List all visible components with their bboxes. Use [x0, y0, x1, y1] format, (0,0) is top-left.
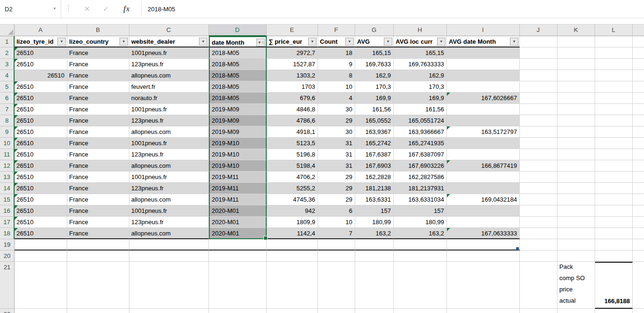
row-header-5[interactable]: 5 — [0, 81, 15, 93]
cell-H21[interactable] — [394, 262, 447, 309]
cell-J16[interactable] — [520, 205, 557, 217]
cell-L18[interactable] — [595, 228, 633, 239]
cell-H18[interactable]: 163,2 — [394, 228, 447, 239]
cell-F11[interactable]: 31 — [318, 149, 355, 160]
cell-G6[interactable]: 169,9 — [355, 93, 394, 104]
cell-I11[interactable] — [447, 149, 520, 160]
cell-D18[interactable]: 2020-M01 — [209, 228, 267, 239]
cell-H22[interactable] — [394, 309, 447, 313]
cell-F22[interactable] — [318, 309, 355, 313]
cell-L9[interactable] — [595, 126, 633, 138]
cell-J13[interactable] — [520, 172, 557, 183]
pack-price-value-cell[interactable]: 166,8188 — [595, 262, 633, 309]
cell-L5[interactable] — [595, 81, 633, 93]
cell-F6[interactable]: 4 — [318, 93, 355, 104]
cell-C22[interactable] — [129, 309, 209, 313]
filter-button-I[interactable]: ▼ — [510, 38, 518, 46]
cell-E4[interactable]: 1303,2 — [267, 70, 318, 81]
cell-D19[interactable] — [209, 239, 267, 250]
cell-J22[interactable] — [520, 309, 557, 313]
cell-E9[interactable]: 4918,1 — [267, 126, 318, 138]
cell-H17[interactable]: 180,99 — [394, 217, 447, 228]
cell-I14[interactable] — [447, 183, 520, 194]
row-header-13[interactable]: 13 — [0, 172, 15, 183]
fill-handle[interactable] — [263, 236, 268, 240]
cell-L8[interactable] — [595, 115, 633, 126]
cell-B5[interactable]: France — [67, 81, 129, 93]
cell-J15[interactable] — [520, 194, 557, 205]
cell-K2[interactable] — [557, 47, 595, 59]
cell-E11[interactable]: 5196,8 — [267, 149, 318, 160]
column-header-K[interactable]: K — [557, 24, 595, 36]
cell-D5[interactable]: 2018-M05 — [209, 81, 267, 93]
cell-L13[interactable] — [595, 172, 633, 183]
cell-M15[interactable] — [633, 194, 644, 205]
row-header-3[interactable]: 3 — [0, 59, 15, 70]
cell-L10[interactable] — [595, 138, 633, 149]
cell-H1[interactable]: AVG loc curr▼ — [394, 36, 447, 47]
cell-J10[interactable] — [520, 138, 557, 149]
name-box-dropdown-icon[interactable]: ▼ — [53, 7, 56, 11]
cell-G9[interactable]: 163,9367 — [355, 126, 394, 138]
filter-button-A[interactable]: ▼ — [57, 38, 66, 46]
cell-I7[interactable] — [447, 104, 520, 115]
cell-G21[interactable] — [355, 262, 394, 309]
cell-G13[interactable]: 162,2828 — [355, 172, 394, 183]
column-header-F[interactable]: F — [318, 24, 355, 36]
cell-B4[interactable]: France — [67, 70, 129, 81]
cell-K4[interactable] — [557, 70, 595, 81]
cell-B21[interactable] — [67, 262, 129, 309]
cell-H16[interactable]: 157 — [394, 205, 447, 217]
cell-A3[interactable]: 26510 — [15, 59, 67, 70]
row-header-20[interactable]: 20 — [0, 250, 15, 262]
cell-J21[interactable] — [520, 262, 557, 309]
cell-C5[interactable]: feuvert.fr — [129, 81, 209, 93]
cell-J1[interactable] — [520, 36, 557, 47]
cell-C12[interactable]: allopneus.com — [129, 160, 209, 172]
cell-M7[interactable] — [633, 104, 644, 115]
cell-K16[interactable] — [557, 205, 595, 217]
cell-D4[interactable]: 2018-M05 — [209, 70, 267, 81]
cell-B19[interactable] — [67, 239, 129, 250]
cell-A17[interactable]: 26510 — [15, 217, 67, 228]
cell-A9[interactable]: 26510 — [15, 126, 67, 138]
cell-G4[interactable]: 162,9 — [355, 70, 394, 81]
cell-L16[interactable] — [595, 205, 633, 217]
cell-B18[interactable]: France — [67, 228, 129, 239]
cell-G15[interactable]: 163,6331 — [355, 194, 394, 205]
filter-button-B[interactable]: ▼ — [119, 38, 128, 46]
row-header-15[interactable]: 15 — [0, 194, 15, 205]
cell-K17[interactable] — [557, 217, 595, 228]
cell-F16[interactable]: 6 — [318, 205, 355, 217]
cell-E19[interactable] — [267, 239, 318, 250]
cell-H7[interactable]: 161,56 — [394, 104, 447, 115]
cell-L1[interactable] — [595, 36, 633, 47]
cell-C18[interactable]: allopneus.com — [129, 228, 209, 239]
cell-C16[interactable]: 1001pneus.fr — [129, 205, 209, 217]
row-header-6[interactable]: 6 — [0, 93, 15, 104]
cell-I22[interactable] — [447, 309, 520, 313]
cell-A1[interactable]: lizeo_tyre_id▼ — [15, 36, 67, 47]
row-header-21[interactable]: 21 — [0, 262, 15, 309]
cell-I21[interactable] — [447, 262, 520, 309]
cell-H10[interactable]: 165,2741935 — [394, 138, 447, 149]
cell-F18[interactable]: 7 — [318, 228, 355, 239]
cancel-icon[interactable]: ✕ — [78, 0, 96, 18]
cell-M14[interactable] — [633, 183, 644, 194]
cell-B3[interactable]: France — [67, 59, 129, 70]
column-header-D[interactable]: D — [209, 24, 267, 36]
cell-D17[interactable]: 2020-M01 — [209, 217, 267, 228]
cell-J19[interactable] — [520, 239, 557, 250]
cell-J20[interactable] — [520, 250, 557, 262]
cell-D6[interactable]: 2018-M05 — [209, 93, 267, 104]
cell-G5[interactable]: 170,3 — [355, 81, 394, 93]
cell-E17[interactable]: 1809,9 — [267, 217, 318, 228]
insert-function-icon[interactable]: fx — [118, 0, 135, 18]
cell-G14[interactable]: 181,2138 — [355, 183, 394, 194]
cell-F1[interactable]: Count▼ — [318, 36, 355, 47]
cell-G1[interactable]: AVG▼ — [355, 36, 394, 47]
cell-I6[interactable]: 167,6026667 — [447, 93, 520, 104]
column-header-B[interactable]: B — [67, 24, 129, 36]
cell-E2[interactable]: 2972,7 — [267, 47, 318, 59]
filter-button-E[interactable]: ▼ — [308, 38, 317, 46]
